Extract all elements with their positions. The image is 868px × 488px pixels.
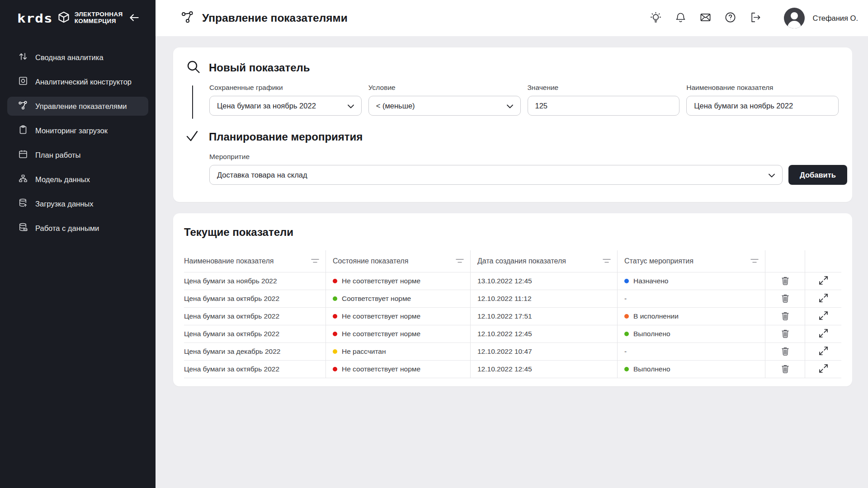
cell-created-date: 12.10.2022 12:45: [470, 325, 617, 343]
chevron-down-icon: [348, 102, 354, 110]
user-name: Стефания О.: [813, 14, 858, 23]
sidebar-item-work-plan[interactable]: План работы: [7, 145, 148, 164]
indicator-name-input-wrap: [686, 96, 839, 116]
delete-row-button[interactable]: [781, 276, 790, 287]
saved-charts-select[interactable]: Цена бумаги за ноябрь 2022: [209, 96, 362, 116]
sidebar-item-data-work[interactable]: SQL Работа с данными: [7, 219, 148, 238]
new-indicator-fields: Сохраненные графики Цена бумаги за ноябр…: [209, 84, 839, 116]
arrows-up-down-icon: [18, 52, 28, 63]
delete-row-button[interactable]: [781, 364, 790, 375]
idea-button[interactable]: [650, 12, 662, 24]
new-indicator-title: Новый показатель: [209, 61, 310, 74]
delete-row-button[interactable]: [781, 311, 790, 322]
add-button[interactable]: Добавить: [788, 165, 847, 185]
value-label: Значение: [528, 84, 680, 92]
sidebar-item-data-model[interactable]: Модель данных: [7, 170, 148, 189]
expand-row-button[interactable]: [819, 311, 828, 322]
cell-event-status: Выполнено: [617, 325, 765, 343]
filter-icon[interactable]: [603, 258, 611, 264]
expand-icon: [819, 293, 828, 304]
cell-indicator-state: Не соответствует норме: [326, 272, 470, 290]
expand-icon: [819, 346, 828, 357]
condition-value: < (меньше): [376, 102, 415, 110]
user-avatar[interactable]: [784, 8, 805, 28]
state-dot: [333, 367, 337, 371]
arrow-left-icon: [128, 12, 140, 25]
sidebar-item-summary-analytics[interactable]: Сводная аналитика: [7, 48, 148, 67]
current-indicators-title: Текущие показатели: [184, 226, 841, 239]
delete-row-button[interactable]: [781, 328, 790, 340]
brand-text: ЭЛЕКТРОННАЯ КОММЕРЦИЯ: [75, 11, 123, 24]
condition-select[interactable]: < (меньше): [368, 96, 521, 116]
filter-icon[interactable]: [750, 258, 759, 264]
cell-created-date: 12.10.2022 10:47: [470, 343, 617, 360]
messages-button[interactable]: [700, 12, 712, 24]
expand-row-button[interactable]: [819, 293, 828, 304]
delete-row-button[interactable]: [781, 293, 790, 305]
collapse-sidebar-button[interactable]: [127, 10, 142, 27]
brand-logo: krds ЭЛЕКТРОННАЯ КОММЕРЦИЯ: [17, 10, 123, 26]
sidebar: krds ЭЛЕКТРОННАЯ КОММЕРЦИЯ: [0, 0, 156, 488]
cell-expand: [805, 325, 841, 343]
expand-row-button[interactable]: [819, 276, 828, 286]
logout-icon: [749, 11, 761, 25]
column-header-expand: [805, 250, 841, 272]
sidebar-item-label: Сводная аналитика: [35, 53, 104, 62]
filter-icon[interactable]: [311, 258, 319, 264]
logout-button[interactable]: [750, 12, 761, 24]
trash-icon: [781, 311, 790, 322]
value-input-wrap: [528, 96, 680, 116]
trash-icon: [781, 328, 790, 340]
cell-created-date: 12.10.2022 17:51: [470, 307, 617, 325]
delete-row-button[interactable]: [781, 346, 790, 357]
status-dot: [624, 314, 629, 319]
trash-icon: [781, 276, 790, 287]
cell-delete: [765, 360, 805, 378]
status-dot: [624, 332, 629, 336]
trash-icon: [781, 364, 790, 375]
column-header-state: Состояние показателя: [326, 250, 470, 272]
column-header-delete: [765, 250, 805, 272]
saved-charts-field: Сохраненные графики Цена бумаги за ноябр…: [209, 84, 362, 116]
search-icon: [186, 59, 201, 76]
cell-indicator-state: Не соответствует норме: [326, 325, 470, 343]
saved-charts-label: Сохраненные графики: [209, 84, 362, 92]
logo-wordmark: krds: [17, 11, 53, 25]
planning-section-header: Планирование мероприятия: [186, 130, 839, 144]
cell-expand: [805, 360, 841, 378]
filter-icon[interactable]: [456, 258, 464, 264]
cell-delete: [765, 272, 805, 290]
sidebar-item-indicator-management[interactable]: Управление показателями: [7, 97, 148, 116]
expand-icon: [819, 311, 828, 322]
help-button[interactable]: [725, 12, 736, 24]
cell-expand: [805, 307, 841, 325]
cell-indicator-name: Цена бумаги за ноябрь 2022: [184, 272, 326, 290]
expand-row-button[interactable]: [819, 328, 828, 339]
checkmark-icon: [186, 130, 198, 144]
indicator-name-input[interactable]: [694, 102, 831, 110]
planning-title: Планирование мероприятия: [209, 131, 363, 143]
sidebar-item-data-upload[interactable]: Загрузка данных: [7, 194, 148, 213]
expand-row-button[interactable]: [819, 346, 828, 357]
sidebar-item-load-monitoring[interactable]: Мониторинг загрузок: [7, 121, 148, 140]
chevron-down-icon: [769, 171, 775, 179]
trash-icon: [781, 293, 790, 305]
event-select[interactable]: Доставка товара на склад: [209, 165, 783, 185]
lightbulb-icon: [650, 11, 662, 25]
cell-indicator-state: Соответствует норме: [326, 290, 470, 307]
state-dot: [333, 279, 337, 283]
sidebar-item-label: Мониторинг загрузок: [35, 127, 108, 135]
current-indicators-card: Текущие показатели Наименование показате…: [173, 213, 852, 386]
notifications-button[interactable]: [675, 12, 687, 24]
value-field: Значение: [528, 84, 680, 116]
cell-indicator-name: Цена бумаги за октябрь 2022: [184, 325, 326, 343]
cell-event-status: -: [617, 290, 765, 307]
value-input[interactable]: [535, 102, 672, 110]
cell-indicator-name: Цена бумаги за октябрь 2022: [184, 307, 326, 325]
sidebar-item-analytic-constructor[interactable]: Аналитический конструктор: [7, 72, 148, 91]
expand-row-button[interactable]: [819, 364, 828, 375]
new-indicator-section-header: Новый показатель: [186, 59, 839, 76]
expand-icon: [819, 364, 828, 375]
cell-indicator-state: Не соответствует норме: [326, 360, 470, 378]
sidebar-item-label: Загрузка данных: [35, 200, 93, 208]
